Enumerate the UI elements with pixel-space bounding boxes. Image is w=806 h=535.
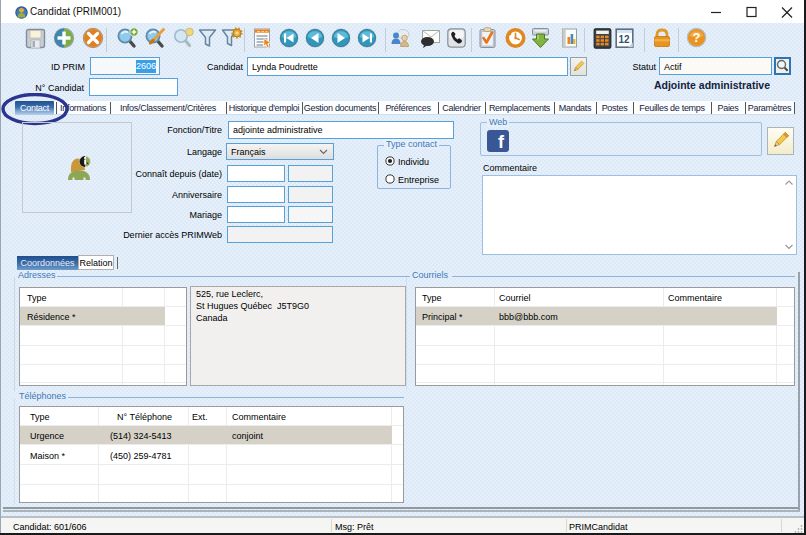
svg-text:12: 12 (618, 34, 630, 45)
svg-text:?: ? (693, 30, 701, 45)
